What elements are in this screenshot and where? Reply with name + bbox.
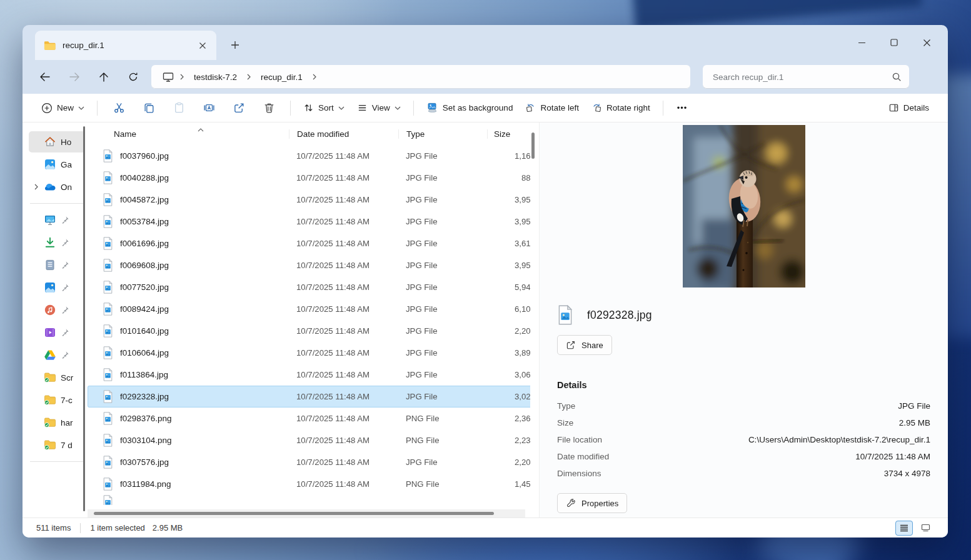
rotate-right-button[interactable]: Rotate right: [585, 98, 657, 118]
column-header-type[interactable]: Type: [398, 129, 487, 139]
file-name: f0077520.jpg: [120, 282, 169, 292]
sidebar-item[interactable]: [29, 322, 84, 343]
new-tab-button[interactable]: [226, 36, 244, 54]
file-row[interactable]: f0298376.png10/7/2025 11:48 AMPNG File2,…: [88, 408, 530, 429]
breadcrumb-segment[interactable]: testdisk-7.2: [190, 70, 241, 84]
sidebar-item[interactable]: Ho: [29, 131, 84, 152]
sort-button[interactable]: Sort: [297, 98, 351, 118]
preview-file-row: f0292328.jpg: [557, 305, 930, 325]
file-row[interactable]: f0089424.jpg10/7/2025 11:48 AMJPG File6,…: [88, 298, 530, 320]
details-view-toggle[interactable]: [895, 521, 913, 536]
this-pc-icon[interactable]: [163, 72, 174, 82]
file-size: 2,209: [487, 326, 530, 336]
file-row[interactable]: f0053784.jpg10/7/2025 11:48 AMJPG File3,…: [88, 211, 530, 232]
set-background-button[interactable]: Set as background: [420, 98, 520, 118]
share-icon: [566, 340, 576, 350]
tab-close-icon[interactable]: [195, 38, 210, 53]
rename-button[interactable]: [196, 97, 222, 119]
file-row[interactable]: f0061696.jpg10/7/2025 11:48 AMJPG File3,…: [88, 232, 530, 254]
explorer-tab[interactable]: recup_dir.1: [35, 31, 216, 60]
main-area: HoGaOnScr7-char7 d Name Date modified Ty…: [23, 122, 948, 518]
file-type: JPG File: [398, 348, 487, 358]
file-size: 3,612: [487, 239, 530, 248]
sidebar-item[interactable]: [29, 254, 84, 276]
search-box[interactable]: [703, 65, 909, 89]
search-input[interactable]: [713, 72, 892, 82]
breadcrumb-segment[interactable]: recup_dir.1: [257, 70, 306, 84]
sidebar-item[interactable]: [29, 299, 84, 321]
file-row[interactable]: f0307576.jpg10/7/2025 11:48 AMJPG File2,…: [88, 451, 530, 473]
share-button[interactable]: [226, 97, 252, 119]
more-options-icon[interactable]: •••: [670, 99, 695, 117]
sidebar-item[interactable]: 7 d: [29, 434, 84, 456]
file-row[interactable]: f0069608.jpg10/7/2025 11:48 AMJPG File3,…: [88, 254, 530, 276]
column-header-name[interactable]: Name: [88, 129, 289, 139]
rotate-left-button[interactable]: Rotate left: [519, 98, 585, 118]
file-type: PNG File: [398, 479, 487, 489]
sidebar-item[interactable]: 7-c: [29, 389, 84, 411]
details-field: Dimensions3734 x 4978: [557, 465, 930, 482]
file-row[interactable]: f0045872.jpg10/7/2025 11:48 AMJPG File3,…: [88, 189, 530, 211]
vertical-scrollbar[interactable]: [530, 125, 535, 515]
properties-button[interactable]: Properties: [557, 493, 627, 513]
column-header-date[interactable]: Date modified: [289, 129, 398, 139]
vertical-scrollbar-thumb[interactable]: [531, 132, 535, 159]
file-row[interactable]: f0113864.jpg10/7/2025 11:48 AMJPG File3,…: [88, 364, 530, 386]
delete-button[interactable]: [256, 97, 282, 119]
toolbar-divider: [663, 101, 663, 116]
share-file-button[interactable]: Share: [557, 335, 612, 355]
sidebar-item[interactable]: On: [29, 176, 84, 198]
sidebar-item[interactable]: [29, 209, 84, 231]
sidebar-item-label: On: [61, 182, 72, 192]
icons-view-toggle[interactable]: [917, 521, 934, 536]
chevron-right-icon[interactable]: [29, 184, 44, 190]
up-icon[interactable]: [93, 66, 115, 88]
file-name: f0069608.jpg: [120, 261, 169, 270]
videos-icon: [44, 326, 56, 339]
image-file-icon: [103, 302, 113, 316]
breadcrumb[interactable]: testdisk-7.2recup_dir.1: [151, 65, 690, 89]
forward-icon: [63, 66, 86, 88]
new-button[interactable]: New: [35, 98, 91, 118]
image-file-icon: [103, 259, 113, 272]
maximize-button[interactable]: [878, 30, 910, 55]
folder-sync-icon: [44, 394, 56, 406]
sidebar-item[interactable]: Ga: [29, 154, 84, 175]
file-type: JPG File: [398, 239, 487, 248]
file-row[interactable]: f0311984.png10/7/2025 11:48 AMPNG File1,…: [88, 473, 530, 495]
file-row[interactable]: f0037960.jpg10/7/2025 11:48 AMJPG File1,…: [88, 145, 530, 167]
view-button[interactable]: View: [351, 98, 407, 118]
rename-icon: [203, 102, 215, 114]
file-row[interactable]: f0303104.png10/7/2025 11:48 AMPNG File2,…: [88, 429, 530, 451]
file-row[interactable]: f0101640.jpg10/7/2025 11:48 AMJPG File2,…: [88, 320, 530, 342]
file-size: 3,023: [487, 392, 530, 401]
minimize-button[interactable]: [845, 30, 878, 55]
file-row[interactable]: f0106064.jpg10/7/2025 11:48 AMJPG File3,…: [88, 342, 530, 364]
file-date: 10/7/2025 11:48 AM: [289, 436, 398, 445]
pin-icon: [61, 306, 69, 314]
field-label: File location: [557, 435, 602, 444]
image-file-icon: [103, 215, 113, 228]
cut-button[interactable]: [106, 97, 132, 119]
file-size: 3,069: [487, 370, 530, 379]
sidebar-item[interactable]: [29, 344, 84, 366]
search-icon[interactable]: [892, 72, 902, 82]
file-row[interactable]: f0077520.jpg10/7/2025 11:48 AMJPG File5,…: [88, 276, 530, 298]
sidebar-item[interactable]: har: [29, 412, 84, 433]
details-pane-button[interactable]: Details: [882, 98, 935, 118]
sidebar-item[interactable]: Scr: [29, 367, 84, 388]
close-button[interactable]: [910, 30, 943, 55]
column-header-size[interactable]: Size: [487, 129, 530, 139]
refresh-icon[interactable]: [122, 66, 144, 88]
horizontal-scrollbar-thumb[interactable]: [94, 512, 494, 515]
window-body: New Sort: [23, 94, 948, 538]
back-icon[interactable]: [34, 66, 56, 88]
file-row[interactable]: f0292328.jpg10/7/2025 11:48 AMJPG File3,…: [88, 386, 530, 408]
file-type: JPG File: [398, 326, 487, 336]
horizontal-scrollbar[interactable]: [88, 509, 525, 518]
sidebar-scrollbar[interactable]: [83, 126, 85, 511]
sidebar-item[interactable]: [29, 277, 84, 298]
copy-button[interactable]: [136, 97, 162, 119]
file-row[interactable]: f0040288.jpg10/7/2025 11:48 AMJPG File88…: [88, 167, 530, 189]
sidebar-item[interactable]: [29, 232, 84, 253]
